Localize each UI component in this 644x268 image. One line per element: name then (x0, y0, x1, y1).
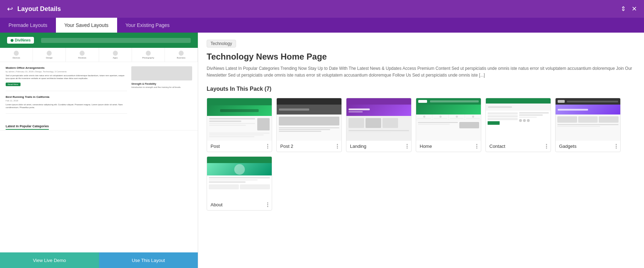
thumb-menu-post[interactable] (267, 144, 268, 149)
view-demo-button[interactable]: View Live Demo (0, 252, 99, 268)
thumb-menu-gadgets[interactable] (616, 144, 617, 149)
mock-search-bar (41, 38, 191, 43)
thumb-img-landing[interactable] (346, 98, 411, 141)
header-left: ↩ Layout Details (7, 5, 61, 13)
left-panel: DiviNews Devices Design Reviews (0, 33, 198, 268)
mock-article-2-meta: Feb 12, 2018 (6, 100, 127, 102)
header-title: Layout Details (17, 5, 61, 13)
thumb-label-gadgets: Gadgets (559, 144, 576, 149)
thumb-img-post[interactable] (207, 98, 272, 141)
thumb-footer-post: Post (207, 141, 272, 152)
mock-article-1-title: Modern Office Arrangements (6, 66, 127, 69)
thumb-footer-gadgets: Gadgets (556, 141, 620, 152)
preview-image: DiviNews Devices Design Reviews (0, 33, 198, 252)
mock-article-1-meta: by admin | February 10, 2018 | Design, T… (6, 71, 127, 73)
filter-icon[interactable]: ⇕ (621, 5, 626, 13)
thumb-img-gadgets[interactable] (556, 98, 620, 141)
mock-icon-reviews: Reviews (66, 48, 99, 62)
thumb-card-post2: Post 2 (276, 98, 342, 152)
thumb-img-post2[interactable] (277, 98, 341, 141)
thumbnails-grid: Post (207, 98, 636, 211)
thumb-label-post: Post (211, 144, 220, 149)
thumb-label-landing: Landing (350, 144, 366, 149)
header-right: ⇕ ✕ (621, 5, 637, 13)
thumb-footer-about: About (207, 199, 272, 210)
tab-existing[interactable]: Your Existing Pages (117, 18, 178, 33)
main-content: DiviNews Devices Design Reviews (0, 33, 644, 268)
thumb-card-gadgets: Gadgets (555, 98, 621, 152)
thumb-label-contact: Contact (489, 144, 505, 149)
mock-icons-row: Devices Design Reviews Apps Photography (0, 48, 198, 62)
pack-header: Layouts In This Pack (7) (207, 86, 636, 92)
mock-icon-design: Design (33, 48, 66, 62)
thumb-card-landing: Landing (346, 98, 412, 152)
thumb-footer-home: Home (416, 141, 481, 152)
mock-section-header: Latest In Popular Categories (0, 122, 198, 130)
mock-article-1-text: Sed ut perspiciatis unde omnis iste natu… (6, 74, 127, 80)
tab-saved[interactable]: Your Saved Layouts (56, 18, 117, 33)
thumb-img-about[interactable] (207, 157, 272, 199)
layout-description: DiviNews Latest In Popular Categories Tr… (207, 65, 636, 79)
mock-read-more-1: Read More (6, 83, 21, 86)
mock-icon-photography: Photography (132, 48, 165, 62)
mock-articles-area: Modern Office Arrangements by admin | Fe… (0, 62, 198, 122)
mock-site: DiviNews Devices Design Reviews (0, 33, 198, 252)
thumb-menu-post2[interactable] (337, 144, 338, 149)
thumb-label-about: About (211, 202, 223, 207)
category-badge: Technology (207, 40, 236, 48)
mock-article-2-title: Best Running Trails in California (6, 95, 127, 99)
use-layout-button[interactable]: Use This Layout (99, 252, 198, 268)
header: ↩ Layout Details ⇕ ✕ (0, 0, 644, 18)
thumb-menu-home[interactable] (476, 144, 477, 149)
mock-article-2: Best Running Trails in California Feb 12… (6, 95, 127, 114)
thumb-menu-landing[interactable] (407, 144, 408, 149)
thumb-card-contact: Contact (485, 98, 551, 152)
thumb-card-home: Home (416, 98, 481, 152)
mock-icon-devices: Devices (0, 48, 33, 62)
mock-nav: DiviNews (0, 33, 198, 48)
thumb-footer-post2: Post 2 (277, 141, 341, 152)
mock-sidebar-text: Introduction to strength and flex traini… (131, 86, 192, 88)
right-panel: Technology Technology News Home Page Div… (198, 33, 644, 268)
thumb-img-home[interactable] (416, 98, 481, 141)
mock-article-1: Modern Office Arrangements by admin | Fe… (6, 66, 127, 91)
thumb-menu-contact[interactable] (546, 144, 547, 149)
thumb-footer-landing: Landing (346, 141, 411, 152)
thumb-label-post2: Post 2 (280, 144, 293, 149)
mock-icon-business: Business (165, 48, 198, 62)
mock-sidebar-title: Strength & Flexibility (131, 83, 192, 85)
preview-actions: View Live Demo Use This Layout (0, 252, 198, 268)
mock-side-col: Strength & Flexibility Introduction to s… (131, 66, 192, 118)
thumb-footer-contact: Contact (486, 141, 551, 152)
mock-sidebar-img (131, 66, 192, 80)
thumb-label-home: Home (420, 144, 432, 149)
layout-title: Technology News Home Page (207, 52, 636, 62)
close-icon[interactable]: ✕ (632, 5, 637, 13)
mock-article-2-text: Lorem ipsum dolor sit amet, consectetur … (6, 103, 127, 109)
thumb-img-contact[interactable] (486, 98, 551, 141)
thumb-card-about: About (207, 156, 272, 211)
mock-logo: DiviNews (7, 37, 34, 44)
tabs-bar: Premade Layouts Your Saved Layouts Your … (0, 18, 644, 33)
thumb-card-post: Post (207, 98, 272, 152)
mock-icon-apps: Apps (99, 48, 132, 62)
mock-main-col: Modern Office Arrangements by admin | Fe… (6, 66, 131, 118)
back-icon[interactable]: ↩ (7, 5, 13, 13)
thumb-menu-about[interactable] (267, 202, 268, 207)
tab-premade[interactable]: Premade Layouts (0, 18, 56, 33)
